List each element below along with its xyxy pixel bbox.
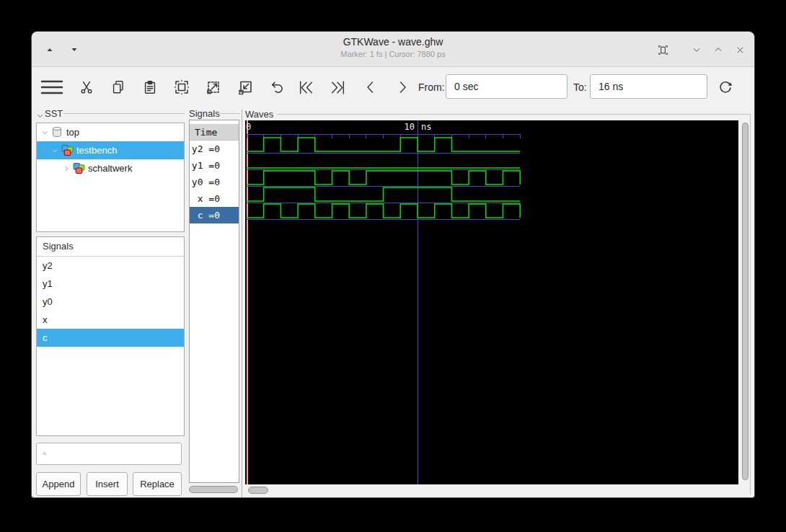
waves-frame-line [277,114,750,115]
hamburger-menu-icon [40,79,63,96]
sst-tree: top testbench schaltwerk [36,123,185,232]
search-icon [43,448,47,459]
close-button[interactable] [732,42,748,58]
maximize-button[interactable] [710,42,726,58]
zoom-out-icon [237,79,254,96]
zoom-fit-icon [173,79,190,96]
wave-name-y1[interactable]: y1 =0 [190,157,239,174]
copy-button[interactable] [104,73,133,102]
paste-button[interactable] [136,73,164,102]
clipboard-paste-icon [142,79,158,95]
wave-name-y0[interactable]: y0 =0 [190,174,239,190]
tree-item-schaltwerk[interactable]: schaltwerk [37,159,184,177]
signal-search-box[interactable] [36,443,182,465]
skip-to-start-button[interactable] [291,73,320,102]
signals-list-panel: Signals y2 y1 y0 x c [36,236,185,436]
scissors-icon [79,79,94,95]
step-forward-button[interactable] [388,73,417,102]
window-title: GTKWave - wave.ghw [32,36,754,48]
skip-to-end-icon [329,79,347,97]
svg-text:10: 10 [405,122,415,132]
signals-frame-line [220,113,240,114]
signal-list-item-x[interactable]: x [37,311,184,329]
waves-frame-right [750,114,751,495]
sst-legend: SST [45,108,63,119]
tree-item-testbench[interactable]: testbench [37,141,184,159]
desktop-background: GTKWave - wave.ghw Marker: 1 fs | Cursor… [0,0,786,532]
wave-canvas[interactable]: 010ns [245,120,738,484]
waves-hscrollbar-thumb[interactable] [248,487,268,494]
chevron-down-icon [692,45,702,55]
marker-cursor-status: Marker: 1 fs | Cursor: 7880 ps [32,50,754,58]
tree-item-label: top [66,127,79,138]
time-header: Time [190,124,239,141]
chevron-right-icon [394,79,411,96]
zoom-in-button[interactable] [199,73,228,102]
svg-text:ns: ns [421,122,431,132]
wave-name-x[interactable]: x =0 [190,190,239,207]
to-input[interactable] [590,74,707,99]
undo-icon [269,79,286,96]
module-icon [61,144,74,156]
chevron-down-icon [36,112,44,120]
wave-name-column: Time y2 =0 y1 =0 y0 =0 x =0 c =0 [189,120,239,483]
fullscreen-icon [657,44,669,56]
tree-item-top[interactable]: top [37,123,184,141]
zoom-fit-button[interactable] [167,73,196,102]
waves-hscrollbar[interactable] [248,487,738,494]
waves-vscrollbar-thumb[interactable] [742,123,749,480]
signals-list-header: Signals [37,237,184,257]
titlebar-text: GTKWave - wave.ghw Marker: 1 fs | Cursor… [32,36,754,58]
search-input[interactable] [51,448,181,460]
reload-icon [717,79,734,96]
zoom-in-icon [205,79,222,96]
titlebar[interactable]: GTKWave - wave.ghw Marker: 1 fs | Cursor… [32,32,754,67]
replace-button[interactable]: Replace [133,472,182,496]
signal-list-item-c[interactable]: c [37,329,184,347]
expander-open-icon[interactable] [50,146,60,156]
names-hscrollbar-thumb[interactable] [189,486,238,493]
signal-list-item-y2[interactable]: y2 [37,257,184,275]
expander-open-icon[interactable] [40,128,50,138]
fullscreen-button[interactable] [655,42,671,58]
toolbar: From: To: [32,67,754,107]
wave-name-c[interactable]: c =0 [190,207,239,223]
expander-closed-icon[interactable] [61,164,71,174]
skip-to-start-icon [297,79,315,97]
to-label: To: [573,81,587,93]
tree-item-label: schaltwerk [88,163,132,174]
undo-button[interactable] [262,73,291,102]
chevron-left-icon [362,79,379,96]
database-icon [51,126,63,138]
pane-splitter[interactable] [242,110,242,497]
step-back-button[interactable] [356,73,385,102]
reload-button[interactable] [711,73,740,102]
wave-name-y2[interactable]: y2 =0 [190,141,239,157]
tree-item-label: testbench [76,145,117,156]
wave-display[interactable]: 010ns [245,120,738,484]
zoom-out-button[interactable] [231,73,260,102]
signal-list-item-y0[interactable]: y0 [37,293,184,311]
append-button[interactable]: Append [36,472,81,496]
close-icon [736,45,745,55]
signal-list-item-y1[interactable]: y1 [37,275,184,293]
names-hscrollbar[interactable] [189,486,238,493]
module-icon [73,162,85,174]
minimize-button[interactable] [689,42,705,58]
insert-button[interactable]: Insert [87,472,128,496]
copy-icon [110,79,126,95]
waves-legend: Waves [245,109,273,120]
from-input[interactable] [446,74,568,99]
sst-frame-line [63,113,185,114]
menu-button[interactable] [37,73,66,102]
cut-button[interactable] [72,73,101,102]
sst-expander[interactable] [36,110,44,123]
from-label: From: [418,81,445,93]
skip-to-end-button[interactable] [323,73,352,102]
signals-legend: Signals [189,108,220,119]
svg-text:0: 0 [246,122,251,132]
gtkwave-window: GTKWave - wave.ghw Marker: 1 fs | Cursor… [32,32,754,497]
chevron-up-icon [713,45,723,55]
